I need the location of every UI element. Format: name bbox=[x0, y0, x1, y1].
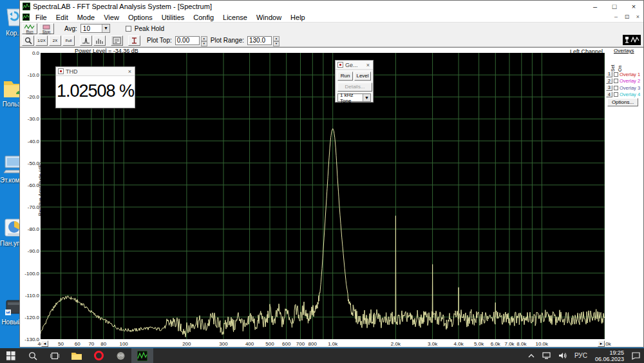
mdi-close-button[interactable]: × bbox=[632, 12, 643, 22]
menu-item-window[interactable]: Window bbox=[252, 14, 286, 21]
search-icon bbox=[28, 351, 37, 360]
x-tick-label: 20.0k bbox=[593, 341, 616, 347]
taskbar-search-button[interactable] bbox=[22, 348, 44, 363]
x-tick-label: 1.0k bbox=[321, 341, 345, 347]
menu-item-config[interactable]: Config bbox=[189, 14, 218, 21]
toolbar-scaling: 1/2X 2X Full Plot Top: 0.00 ▲▼ Plot Rang… bbox=[20, 34, 643, 47]
plot-range-input[interactable]: 130.0 bbox=[247, 36, 272, 45]
menu-bar: FileEditModeViewOptionsUtilitiesConfigLi… bbox=[20, 12, 643, 23]
toolbar-transport: Run Stop Avg: 10 ▼ Peak Hold bbox=[20, 23, 643, 34]
action-center-button[interactable] bbox=[628, 348, 644, 363]
plot-top-input[interactable]: 0.00 bbox=[175, 36, 200, 45]
gimp-button[interactable] bbox=[109, 348, 131, 363]
plot-range-up-icon[interactable]: ▲ bbox=[273, 36, 279, 41]
volume-tray-icon[interactable] bbox=[554, 348, 571, 363]
menu-item-utilities[interactable]: Utilities bbox=[157, 14, 189, 21]
y-tick-label: -100.0 bbox=[21, 271, 39, 277]
overlay-1-on-checkbox[interactable] bbox=[614, 72, 618, 77]
scroll-left-button[interactable]: ◄ bbox=[41, 340, 48, 347]
run-button-label: Run bbox=[26, 30, 33, 34]
menu-item-help[interactable]: Help bbox=[286, 14, 310, 21]
overlay-options-button[interactable]: Options... bbox=[607, 98, 638, 106]
overlay-3-on-checkbox[interactable] bbox=[614, 86, 618, 90]
menu-items: FileEditModeViewOptionsUtilitiesConfigLi… bbox=[31, 14, 310, 21]
taskbar-clock[interactable]: 19:25 06.06.2023 bbox=[591, 349, 628, 362]
plot-top-down-icon[interactable]: ▼ bbox=[201, 41, 207, 46]
input-source-button[interactable] bbox=[623, 35, 641, 46]
overlay-2-on-checkbox[interactable] bbox=[614, 79, 618, 83]
peak-curve-button[interactable] bbox=[80, 35, 92, 46]
menu-item-license[interactable]: License bbox=[218, 14, 252, 21]
avg-dropdown-icon[interactable]: ▼ bbox=[102, 25, 109, 32]
overlay-1-set-button[interactable]: 1 bbox=[606, 72, 612, 77]
avg-select[interactable]: 10 ▼ bbox=[80, 24, 110, 33]
y-tick-label: -20.0 bbox=[21, 94, 39, 100]
thd-window-icon bbox=[58, 68, 64, 74]
language-indicator[interactable]: РУС bbox=[571, 348, 591, 363]
menu-item-edit[interactable]: Edit bbox=[52, 14, 73, 21]
generator-title-bar[interactable]: Ge... × bbox=[336, 61, 373, 70]
x-tick-label: 300 bbox=[212, 341, 235, 347]
mdi-minimize-button[interactable]: – bbox=[611, 12, 621, 22]
generator-signal-dropdown-icon[interactable]: ▼ bbox=[363, 94, 370, 101]
overlay-4-set-button[interactable]: 4 bbox=[606, 92, 612, 97]
scale-half-button[interactable]: 1/2X bbox=[35, 35, 48, 46]
y-tick-label: -110.0 bbox=[21, 293, 39, 299]
generator-close-icon[interactable]: × bbox=[365, 62, 371, 68]
notification-icon bbox=[632, 352, 640, 360]
menu-item-options[interactable]: Options bbox=[124, 14, 157, 21]
bar-display-button[interactable] bbox=[93, 35, 106, 46]
y-tick-label: -90.0 bbox=[21, 248, 39, 254]
spectralab-taskbar-button[interactable] bbox=[131, 348, 153, 363]
generator-signal-select[interactable]: 1 kHz Tone ▼ bbox=[337, 93, 371, 102]
hidden-icons-chevron[interactable] bbox=[524, 348, 538, 363]
network-tray-icon[interactable] bbox=[538, 348, 554, 363]
title-bar: SpectraLAB - FFT Spectral Analysis Syste… bbox=[20, 1, 643, 12]
overlay-3-set-button[interactable]: 3 bbox=[606, 85, 612, 91]
options-list-button[interactable] bbox=[111, 35, 123, 46]
overlay-2-set-button[interactable]: 2 bbox=[606, 78, 612, 84]
generator-run-button[interactable]: Run bbox=[337, 72, 353, 81]
start-button[interactable] bbox=[0, 348, 22, 363]
marker-button[interactable] bbox=[128, 35, 140, 46]
run-button[interactable]: Run bbox=[22, 23, 37, 34]
avg-label: Avg: bbox=[64, 25, 77, 32]
gimp-icon bbox=[116, 351, 126, 360]
zoom-tool-button[interactable] bbox=[22, 35, 34, 46]
close-button[interactable]: × bbox=[624, 1, 643, 12]
window-title: SpectraLAB - FFT Spectral Analysis Syste… bbox=[33, 3, 585, 10]
plot-top-spinner[interactable]: ▲▼ bbox=[201, 36, 207, 45]
plot-top-up-icon[interactable]: ▲ bbox=[201, 36, 207, 41]
document-icon bbox=[23, 14, 30, 21]
plot-range-spinner[interactable]: ▲▼ bbox=[273, 36, 279, 45]
file-explorer-button[interactable] bbox=[66, 348, 88, 363]
thd-window: THD × 1.02508 % bbox=[55, 66, 135, 108]
y-tick-label: -10.0 bbox=[21, 72, 39, 78]
menu-item-file[interactable]: File bbox=[31, 14, 52, 21]
clock-date: 06.06.2023 bbox=[595, 356, 624, 362]
thd-title-bar[interactable]: THD × bbox=[56, 67, 135, 76]
overlay-4-on-checkbox[interactable] bbox=[614, 92, 618, 97]
x-tick-label: 200 bbox=[175, 341, 198, 347]
thd-close-icon[interactable]: × bbox=[127, 68, 133, 75]
menu-item-view[interactable]: View bbox=[99, 14, 124, 21]
menu-item-mode[interactable]: Mode bbox=[73, 14, 100, 21]
windows-logo-icon bbox=[6, 351, 15, 360]
scale-full-button[interactable]: Full bbox=[62, 35, 75, 46]
minimize-button[interactable]: – bbox=[585, 1, 605, 12]
plot-range-label: Plot Range: bbox=[211, 37, 244, 44]
generator-level-button[interactable]: Level bbox=[354, 72, 371, 81]
opera-browser-button[interactable] bbox=[88, 348, 109, 363]
scroll-right-button[interactable]: ► bbox=[598, 340, 605, 347]
stop-icon bbox=[41, 25, 52, 30]
generator-window-icon bbox=[337, 62, 343, 68]
input-source-icon bbox=[623, 35, 641, 45]
stop-button[interactable]: Stop bbox=[39, 23, 54, 34]
plot-range-down-icon[interactable]: ▼ bbox=[273, 41, 279, 46]
generator-details-button[interactable]: Details... bbox=[337, 83, 372, 92]
task-view-button[interactable] bbox=[44, 348, 66, 363]
mdi-restore-button[interactable]: ⊡ bbox=[621, 12, 632, 22]
maximize-button[interactable]: □ bbox=[605, 1, 624, 12]
peak-hold-checkbox[interactable] bbox=[126, 26, 131, 32]
scale-2x-button[interactable]: 2X bbox=[49, 35, 61, 46]
